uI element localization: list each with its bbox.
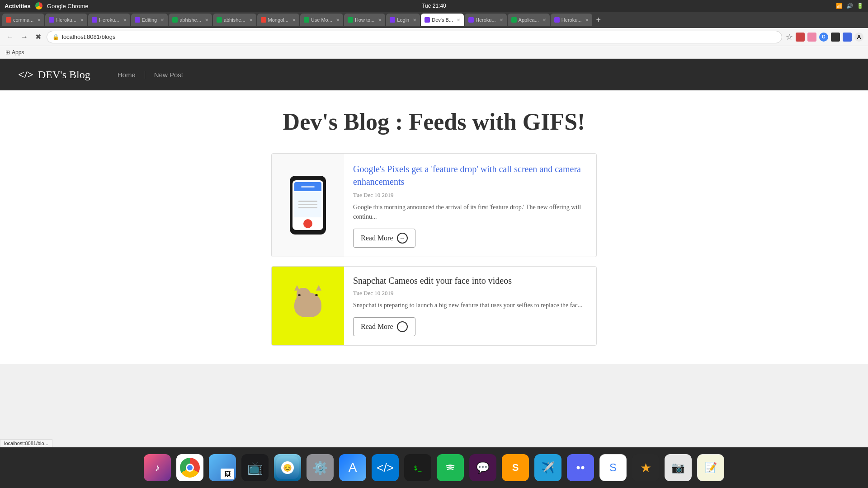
bookmark-star-icon[interactable]: ☆ [786, 32, 793, 42]
blog-posts-list: Google's Pixels get a 'feature drop' wit… [262, 144, 606, 364]
phone-screen [292, 180, 323, 230]
post-2-title: Snapchat Cameos edit your face into vide… [353, 276, 587, 286]
bookmarks-bar: ⊞ Apps [0, 46, 868, 59]
ext-icon-1[interactable] [796, 33, 805, 42]
tab-favicon [92, 17, 97, 23]
post-2-excerpt: Snapchat is preparing to launch a big ne… [353, 300, 587, 310]
blog-logo-name: DEV's Blog [38, 69, 90, 81]
forward-button[interactable]: → [19, 31, 30, 43]
url-text: localhost:8081/blogs [62, 33, 116, 40]
ext-icon-5[interactable] [843, 33, 852, 42]
blog-nav: Home New Post [108, 71, 192, 79]
back-button[interactable]: ← [5, 31, 15, 43]
post-1-date: Tue Dec 10 2019 [353, 192, 587, 199]
tab-mongo[interactable]: Mongol... ✕ [257, 14, 299, 26]
cat-eye-left [298, 294, 301, 296]
wifi-icon: 📶 [836, 3, 843, 9]
post-1-arrow-icon: → [397, 233, 408, 244]
post-1-read-more-label: Read More [361, 234, 393, 242]
profile-icon[interactable]: A [854, 33, 863, 42]
tab-applica[interactable]: Applica... ✕ [508, 14, 550, 26]
phone-header-bar [301, 186, 315, 188]
ext-icon-4[interactable] [831, 33, 840, 42]
address-bar[interactable]: 🔒 localhost:8081/blogs [47, 31, 782, 43]
post-1-excerpt: Google this morning announced the arriva… [353, 202, 587, 221]
tab-devsblog[interactable]: Dev's B... ✕ [421, 14, 464, 26]
cat-image [272, 267, 344, 345]
post-2-date: Tue Dec 10 2019 [353, 290, 587, 297]
tab-favicon [304, 17, 309, 23]
tab-favicon [217, 17, 222, 23]
tab-favicon [348, 17, 353, 23]
ext-icon-3[interactable]: G [819, 33, 828, 42]
reload-button[interactable]: ✖ [33, 31, 43, 43]
post-1-read-more-button[interactable]: Read More → [353, 229, 415, 248]
tab-login[interactable]: Login ✕ [386, 14, 420, 26]
apps-label: Apps [12, 49, 24, 56]
new-tab-button[interactable]: + [593, 15, 604, 25]
os-time: Tue 21:40 [422, 3, 446, 9]
activities-label[interactable]: Activities [5, 3, 31, 9]
tab-abhishe2[interactable]: abhishe... ✕ [213, 14, 256, 26]
blog-page-title: Dev's Blog : Feeds with GIFS! [9, 108, 859, 135]
tab-favicon [554, 17, 560, 23]
post-2-read-more-label: Read More [361, 323, 393, 331]
tab-heroku4[interactable]: Heroku... ✕ [551, 14, 593, 26]
blog-logo: </> DEV's Blog [18, 69, 90, 81]
cat-figure [290, 288, 326, 324]
blog-title-section: Dev's Blog : Feeds with GIFS! [0, 90, 868, 144]
post-1-image-container [272, 154, 344, 257]
blog-nav-home[interactable]: Home [108, 71, 145, 79]
tab-favicon [172, 17, 178, 23]
blog-logo-bracket: </> [18, 69, 33, 81]
chrome-os-icon [35, 2, 42, 9]
post-2-content: Snapchat Cameos edit your face into vide… [344, 267, 596, 345]
blog-nav-new-post[interactable]: New Post [145, 71, 192, 79]
phone-screen-header [294, 182, 321, 191]
blog-post-card-2: Snapchat Cameos edit your face into vide… [271, 266, 597, 346]
tab-favicon [49, 17, 54, 23]
tab-comma[interactable]: comma... ✕ [2, 14, 44, 26]
phone-line-1 [298, 201, 317, 202]
tab-favicon [6, 17, 11, 23]
ext-icon-2[interactable] [807, 33, 816, 42]
tab-heroku3[interactable]: Heroku... ✕ [465, 14, 507, 26]
navigation-bar: ← → ✖ 🔒 localhost:8081/blogs ☆ G A [0, 28, 868, 46]
blog-navbar: </> DEV's Blog Home New Post [0, 59, 868, 90]
browser-name-label: Google Chrome [47, 3, 89, 9]
post-2-arrow-icon: → [397, 321, 408, 332]
battery-icon: 🔋 [857, 3, 863, 9]
os-bar: Activities Google Chrome Tue 21:40 📶 🔊 🔋 [0, 0, 868, 12]
tab-favicon [511, 17, 517, 23]
tab-favicon [468, 17, 474, 23]
cat-eye-right [315, 294, 318, 296]
tab-bar: comma... ✕ Heroku... ✕ Heroku... ✕ Editi… [0, 12, 868, 28]
blog-container: </> DEV's Blog Home New Post Dev's Blog … [0, 59, 868, 364]
tab-favicon [425, 17, 430, 23]
tab-heroku1[interactable]: Heroku... ✕ [45, 14, 87, 26]
phone-line-2 [298, 204, 317, 205]
tab-howto[interactable]: How to... ✕ [344, 14, 385, 26]
lock-icon: 🔒 [52, 34, 59, 40]
post-1-title[interactable]: Google's Pixels get a 'feature drop' wit… [353, 163, 587, 188]
tab-favicon [390, 17, 395, 23]
post-2-read-more-button[interactable]: Read More → [353, 317, 415, 336]
apps-grid-icon: ⊞ [5, 49, 10, 56]
volume-icon: 🔊 [846, 3, 853, 9]
tab-favicon [135, 17, 140, 23]
tab-editing[interactable]: Editing ✕ [131, 14, 168, 26]
apps-bookmark[interactable]: ⊞ Apps [5, 49, 24, 56]
post-2-image-container [272, 267, 344, 345]
post-1-phone-image [290, 176, 326, 235]
post-1-content: Google's Pixels get a 'feature drop' wit… [344, 154, 596, 257]
tab-abhishe1[interactable]: abhishe... ✕ [169, 14, 212, 26]
nav-icons: ☆ G A [786, 32, 863, 42]
phone-screen-content [294, 191, 321, 217]
cat-ear-right [316, 285, 321, 291]
phone-button [303, 219, 312, 228]
tab-usemor[interactable]: Use Mo... ✕ [300, 14, 343, 26]
tab-favicon [261, 17, 266, 23]
cat-ear-left [294, 285, 300, 291]
tab-heroku2[interactable]: Heroku... ✕ [88, 14, 130, 26]
phone-line-3 [298, 207, 317, 208]
